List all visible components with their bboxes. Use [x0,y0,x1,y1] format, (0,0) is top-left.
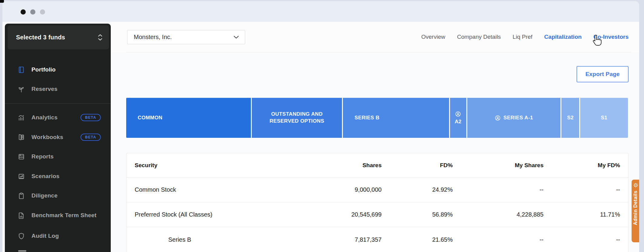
table-row-series-b[interactable]: Series B 7,817,357 21.65% -- -- [126,227,628,252]
sidebar-item-label: Scenarios [31,173,60,180]
cap-segment-label: S2 [567,115,574,121]
page-tabs: Overview Company Details Liq Pref Capita… [421,31,629,42]
cap-segment-label: SERIES B [354,115,380,121]
sidebar-item-label: Diligence [31,192,58,199]
fund-selector[interactable]: Selected 3 funds [8,25,109,49]
cap-segment-series-a1[interactable]: SERIES A-1 [467,98,561,138]
desktop-background: Selected 3 funds Portfolio Reserves [0,0,644,252]
table-header-row: Security Shares FD% My Shares My FD% [126,153,628,177]
security-name: Preferred Stock (All Classes) [135,211,309,218]
sidebar-item-reports[interactable]: Reports [5,150,111,163]
clipboard-icon [18,192,25,200]
investor-icon [455,111,461,117]
export-page-button[interactable]: Export Page [577,66,629,82]
gear-icon [633,183,638,188]
sidebar-item-label: Reports [31,153,54,160]
cap-segment-series-b[interactable]: SERIES B [343,98,449,138]
fd-pct-value: 24.92% [382,186,453,193]
sidebar-item-label: Audit Log [31,233,59,239]
shares-value: 9,000,000 [309,186,382,193]
admin-details-label: Admin Details [633,191,638,225]
sidebar-item-benchmark-term-sheet[interactable]: Benchmark Term Sheet [5,209,111,222]
fd-pct-value: 21.65% [382,236,453,243]
topbar-divider [126,52,631,52]
sidebar-item-label: Benchmark Term Sheet [31,212,97,219]
analytics-chart-icon [18,114,25,121]
admin-details-tab[interactable]: Admin Details [632,180,639,242]
column-header-my-shares: My Shares [453,162,544,169]
tab-liq-pref[interactable]: Liq Pref [513,34,532,40]
chevron-down-icon [234,36,239,39]
sidebar-item-scenarios[interactable]: Scenarios [5,170,111,183]
sidebar-divider [5,103,111,104]
sidebar-item-workbooks[interactable]: Workbooks BETA [5,131,111,144]
cap-segment-s1[interactable]: S1 [580,98,628,138]
cap-segment-label: OUTSTANDING AND RESERVED OPTIONS [262,111,332,125]
workbook-icon [18,134,25,141]
cap-segment-s2[interactable]: S2 [561,98,579,138]
cap-segment-label: COMMON [138,115,163,121]
tab-capitalization[interactable]: Capitalization [544,34,582,40]
window-titlebar [2,1,639,22]
sidebar-item-diligence[interactable]: Diligence [5,189,111,202]
sidebar-item-label: Analytics [31,114,58,121]
fd-pct-value: 56.89% [382,211,453,218]
window-zoom-button[interactable] [40,9,45,15]
sidebar-item-label: Reserves [31,86,58,92]
my-fd-pct-value: 11.71% [544,211,620,218]
window-minimize-button[interactable] [30,9,35,15]
security-name: Common Stock [135,186,309,193]
tab-overview[interactable]: Overview [421,34,445,40]
beta-badge: BETA [80,134,101,141]
window-close-button[interactable] [21,9,26,15]
sidebar-item-partial-icon [18,250,26,252]
cap-segment-label: S1 [601,115,607,121]
sidebar-item-label: Portfolio [31,66,56,73]
company-selector-value: Monsters, Inc. [134,34,172,41]
sidebar-item-audit-log[interactable]: Audit Log [5,229,111,243]
my-shares-value: -- [453,236,544,243]
cap-segment-a2[interactable]: A2 [450,98,466,138]
column-header-shares: Shares [309,162,382,169]
my-shares-value: 4,228,885 [453,211,544,218]
shares-value: 7,817,357 [309,236,382,243]
my-fd-pct-value: -- [544,236,620,243]
shield-icon [18,232,25,240]
tab-co-investors[interactable]: Co-Investors [593,34,629,40]
sidebar: Selected 3 funds Portfolio Reserves [5,24,111,252]
table-row-common-stock[interactable]: Common Stock 9,000,000 24.92% -- -- [126,177,628,202]
securities-table: Security Shares FD% My Shares My FD% Com… [126,153,629,252]
capitalization-bar: COMMON OUTSTANDING AND RESERVED OPTIONS … [126,98,629,138]
column-header-security: Security [135,162,309,169]
report-rows-icon [18,153,25,161]
doc-chart-icon [18,212,25,219]
app-window: Selected 3 funds Portfolio Reserves [2,1,639,252]
sprout-icon [18,85,25,93]
company-selector-dropdown[interactable]: Monsters, Inc. [127,30,245,44]
column-header-fd-pct: FD% [382,162,453,169]
cap-segment-label: A2 [455,119,462,125]
beta-badge: BETA [80,114,101,121]
cap-segment-outstanding-reserved-options[interactable]: OUTSTANDING AND RESERVED OPTIONS [252,98,342,138]
shares-value: 20,545,699 [309,211,382,218]
sidebar-item-portfolio[interactable]: Portfolio [5,63,111,76]
scenario-chart-icon [18,173,25,180]
book-icon [18,66,25,74]
my-shares-value: -- [453,186,544,193]
cap-segment-label: SERIES A-1 [504,115,533,121]
cap-segment-common[interactable]: COMMON [126,98,251,138]
my-fd-pct-value: -- [544,186,620,193]
sidebar-item-analytics[interactable]: Analytics BETA [5,111,111,124]
investor-icon [495,115,501,121]
tab-company-details[interactable]: Company Details [457,34,501,40]
column-header-my-fd-pct: My FD% [544,162,620,169]
fund-selector-label: Selected 3 funds [16,34,65,41]
chevron-up-down-icon [98,34,102,41]
table-row-preferred-stock[interactable]: Preferred Stock (All Classes) 20,545,699… [126,202,628,227]
security-name: Series B [135,236,309,243]
sidebar-item-label: Workbooks [31,134,63,141]
sidebar-item-reserves[interactable]: Reserves [5,82,111,96]
